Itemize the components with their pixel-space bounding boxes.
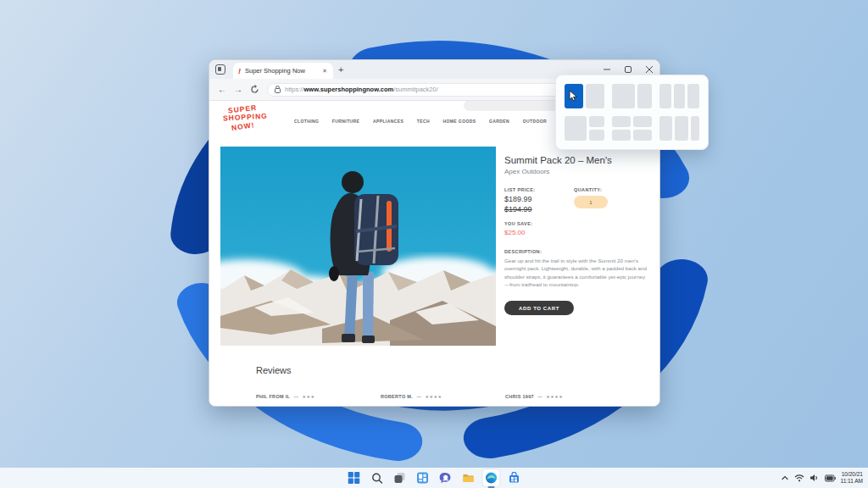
task-view-icon bbox=[394, 472, 406, 484]
snap-zone[interactable] bbox=[586, 84, 604, 108]
nav-item-clothing[interactable]: CLOTHING bbox=[294, 119, 319, 124]
snap-zone-left-half[interactable] bbox=[565, 84, 583, 108]
volume-icon[interactable] bbox=[810, 474, 820, 482]
tab-actions-icon[interactable] bbox=[215, 64, 225, 75]
file-explorer-icon bbox=[463, 472, 475, 484]
search-button[interactable] bbox=[369, 469, 386, 486]
minimize-icon bbox=[604, 66, 610, 73]
taskbar: 10/20/21 11:11 AM bbox=[0, 468, 868, 488]
browser-tab[interactable]: ! Super Shopping Now ✕ bbox=[233, 63, 333, 79]
maximize-icon bbox=[625, 66, 632, 73]
quantity-label: QUANTITY: bbox=[574, 187, 608, 192]
edge-browser-button[interactable] bbox=[483, 469, 500, 486]
site-logo[interactable]: SUPER SHOPPING NOW! bbox=[223, 105, 268, 130]
lock-icon bbox=[275, 86, 281, 93]
search-icon bbox=[371, 473, 382, 484]
snap-zone[interactable] bbox=[637, 84, 652, 108]
tray-date: 10/20/21 bbox=[841, 471, 864, 478]
snap-layout-three-mixed bbox=[659, 116, 699, 141]
add-to-cart-button[interactable]: ADD TO CART bbox=[504, 301, 574, 315]
snap-layout-wide-left bbox=[612, 84, 652, 108]
nav-item-home-goods[interactable]: HOME GOODS bbox=[442, 119, 476, 124]
you-save-value: $25.00 bbox=[504, 229, 652, 236]
savings-block: YOU SAVE: $25.00 bbox=[504, 221, 652, 236]
review-item: PHIL FROM IL — ★★★ Took this on a recent… bbox=[256, 386, 369, 407]
snap-zone[interactable] bbox=[633, 130, 652, 141]
system-tray: 10/20/21 11:11 AM bbox=[781, 468, 864, 488]
snap-zone[interactable] bbox=[565, 116, 587, 141]
battery-icon[interactable] bbox=[825, 474, 836, 482]
tab-title: Super Shopping Now bbox=[245, 67, 317, 75]
widgets-button[interactable] bbox=[415, 469, 431, 486]
site-nav: CLOTHING FURNITURE APPLIANCES TECH HOME … bbox=[294, 119, 547, 124]
close-icon bbox=[646, 66, 653, 73]
refresh-button[interactable] bbox=[250, 85, 259, 94]
tray-chevron-up-icon[interactable] bbox=[781, 474, 789, 482]
tab-close-icon[interactable]: ✕ bbox=[321, 68, 328, 75]
reviews-heading: Reviews bbox=[256, 365, 292, 375]
store-icon bbox=[509, 472, 520, 484]
snap-zone[interactable] bbox=[612, 116, 631, 127]
review-item: ROBERTO M. — ★★★★ This pack is top-quali… bbox=[381, 386, 493, 407]
snap-zone[interactable] bbox=[612, 84, 635, 108]
clock[interactable]: 10/20/21 11:11 AM bbox=[841, 471, 864, 485]
quantity-stepper[interactable]: 1 bbox=[574, 196, 608, 208]
snap-layout-quadrants bbox=[612, 116, 652, 141]
reviews-list: PHIL FROM IL — ★★★ Took this on a recent… bbox=[256, 386, 624, 407]
chat-icon bbox=[440, 472, 452, 484]
star-rating: ★★★ bbox=[303, 394, 315, 399]
site-favicon-icon: ! bbox=[238, 67, 241, 75]
cursor-icon bbox=[569, 90, 578, 102]
snap-zone[interactable] bbox=[674, 84, 686, 108]
old-price: $194.99 bbox=[504, 205, 574, 214]
list-price-label: LIST PRICE: bbox=[504, 187, 574, 192]
microsoft-store-button[interactable] bbox=[506, 469, 523, 486]
widgets-icon bbox=[417, 472, 429, 484]
review-separator: — bbox=[417, 394, 422, 399]
product-title: Summit Pack 20 – Men's bbox=[504, 155, 652, 165]
snap-zone[interactable] bbox=[659, 84, 671, 108]
quantity-block: QUANTITY: 1 bbox=[574, 187, 608, 214]
review-separator: — bbox=[294, 394, 299, 399]
nav-item-garden[interactable]: GARDEN bbox=[489, 119, 509, 124]
desktop: ! Super Shopping Now ✕ + ← → bbox=[0, 0, 868, 488]
description-block: DESCRIPTION: Gear up and hit the trail i… bbox=[504, 249, 652, 288]
star-rating: ★★★★ bbox=[425, 394, 442, 399]
nav-item-outdoor[interactable]: OUTDOOR bbox=[523, 119, 547, 124]
current-price: $189.99 bbox=[504, 195, 574, 203]
taskbar-icons bbox=[346, 468, 523, 488]
nav-item-tech[interactable]: TECH bbox=[417, 119, 430, 124]
reviewer-name: ROBERTO M. bbox=[381, 394, 413, 399]
url-text: https://www.supershoppingnow.com/summitp… bbox=[285, 86, 438, 93]
snap-zone[interactable] bbox=[589, 130, 604, 141]
tray-time: 11:11 AM bbox=[841, 478, 864, 485]
file-explorer-button[interactable] bbox=[460, 469, 477, 486]
reviewer-name: PHIL FROM IL bbox=[256, 394, 290, 399]
snap-zone[interactable] bbox=[687, 84, 699, 108]
product-brand: Apex Outdoors bbox=[504, 168, 652, 175]
reviewer-name: CHRIS 1997 bbox=[505, 394, 534, 399]
new-tab-button[interactable]: + bbox=[338, 64, 343, 75]
snap-layouts-flyout bbox=[555, 75, 709, 150]
snap-zone[interactable] bbox=[589, 116, 604, 127]
snap-zone[interactable] bbox=[612, 130, 631, 141]
you-save-label: YOU SAVE: bbox=[504, 221, 652, 226]
product-details: Summit Pack 20 – Men's Apex Outdoors LIS… bbox=[504, 155, 652, 315]
snap-zone[interactable] bbox=[633, 116, 652, 127]
nav-item-appliances[interactable]: APPLIANCES bbox=[373, 119, 403, 124]
start-button[interactable] bbox=[346, 469, 363, 486]
nav-item-furniture[interactable]: FURNITURE bbox=[332, 119, 360, 124]
price-block: LIST PRICE: $189.99 $194.99 bbox=[504, 187, 574, 214]
wifi-icon[interactable] bbox=[794, 474, 804, 482]
description-label: DESCRIPTION: bbox=[504, 249, 652, 254]
forward-button[interactable]: → bbox=[234, 85, 242, 94]
snap-zone[interactable] bbox=[659, 116, 672, 141]
review-item: CHRIS 1997 — ★★★★ Was a little worried a… bbox=[505, 386, 624, 407]
star-rating: ★★★★ bbox=[546, 394, 563, 399]
task-view-button[interactable] bbox=[392, 469, 409, 486]
snap-zone[interactable] bbox=[691, 116, 699, 141]
back-button[interactable]: ← bbox=[218, 85, 226, 94]
snap-zone[interactable] bbox=[675, 116, 687, 141]
snap-layout-left-plus-stack bbox=[565, 116, 604, 141]
chat-button[interactable] bbox=[437, 469, 454, 486]
